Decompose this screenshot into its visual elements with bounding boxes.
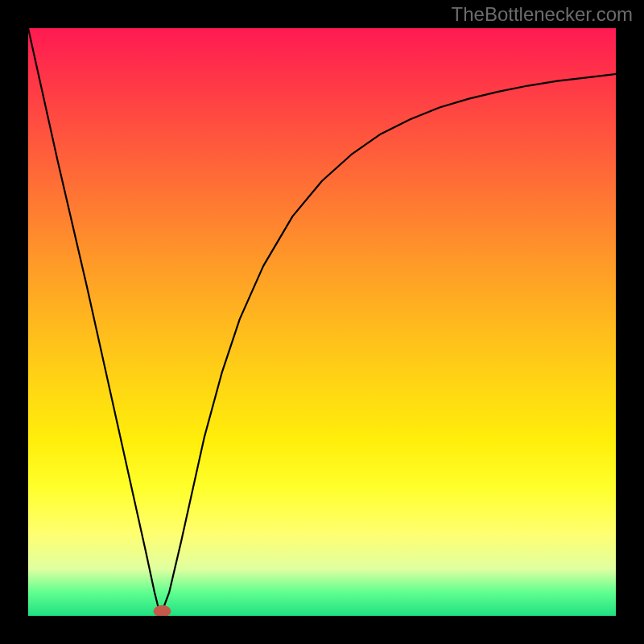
bottleneck-marker [153, 605, 171, 616]
chart-frame: TheBottleneсker.com [0, 0, 644, 644]
plot-area [28, 28, 616, 616]
bottleneck-curve [28, 28, 616, 616]
chart-svg [28, 28, 616, 616]
watermark-text: TheBottleneсker.com [452, 3, 633, 26]
